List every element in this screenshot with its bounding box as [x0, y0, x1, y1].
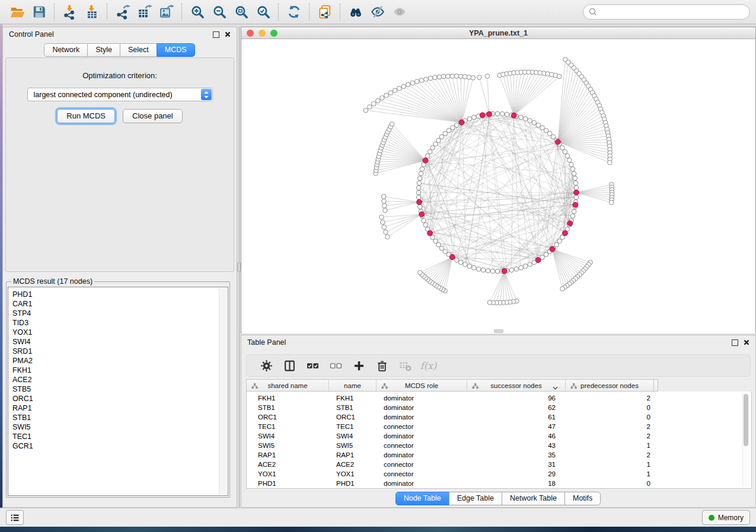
toolbar-separator — [340, 4, 340, 20]
mcds-result-item[interactable]: STB5 — [12, 384, 228, 394]
save-session-button[interactable] — [28, 2, 50, 21]
memory-label: Memory — [718, 514, 744, 522]
hierarchy-icon — [570, 383, 577, 390]
mcds-result-list[interactable]: PHD1CAR1STP4TID3YOX1SWI4SRD1PMA2FKH1ACE2… — [8, 287, 228, 496]
table-row[interactable]: SWI5SWI5connector431 — [247, 441, 751, 450]
table-row[interactable]: ACE2ACE2connector311 — [247, 460, 751, 469]
tab-edge-table[interactable]: Edge Table — [449, 492, 502, 505]
table-row[interactable]: SWI4SWI4dominator462 — [247, 431, 751, 441]
minimize-traffic-light[interactable] — [259, 30, 266, 37]
mcds-result-item[interactable]: RAP1 — [12, 403, 228, 413]
mcds-result-item[interactable]: GCR1 — [12, 441, 228, 451]
mcds-result-item[interactable]: ORC1 — [12, 394, 228, 403]
close-table-panel-icon[interactable] — [744, 339, 749, 345]
deselect-all-rows-button[interactable] — [324, 355, 347, 376]
mcds-result-item[interactable]: SWI4 — [12, 337, 228, 347]
mcds-result-item[interactable]: TEC1 — [12, 432, 228, 441]
open-file-button[interactable] — [6, 2, 28, 21]
run-mcds-button[interactable]: Run MCDS — [57, 109, 115, 123]
tab-motifs[interactable]: Motifs — [564, 492, 601, 505]
toolbar-separator — [107, 4, 107, 20]
tab-network-table[interactable]: Network Table — [502, 492, 565, 505]
mcds-result-item[interactable]: STB1 — [12, 413, 228, 422]
column-header-shared-name[interactable]: shared name — [247, 380, 329, 391]
search-network-binoculars-button[interactable] — [344, 2, 366, 21]
mcds-result-item[interactable]: SWI5 — [12, 422, 228, 432]
main-toolbar — [0, 0, 756, 24]
table-row[interactable]: YOX1YOX1connector291 — [247, 469, 751, 479]
tab-node-table[interactable]: Node Table — [395, 492, 449, 505]
delete-column-button[interactable] — [371, 355, 394, 376]
delete-table-button[interactable] — [394, 355, 417, 376]
table-row[interactable]: TEC1TEC1connector472 — [247, 422, 751, 431]
task-history-button[interactable] — [6, 510, 24, 525]
mcds-list-scrollbar[interactable] — [219, 288, 227, 495]
column-header-predecessor-nodes[interactable]: predecessor nodes — [566, 380, 654, 391]
column-header-name[interactable]: name — [329, 380, 377, 391]
mcds-result-item[interactable]: STP4 — [12, 309, 228, 318]
export-image-button[interactable] — [155, 2, 177, 21]
table-row[interactable]: RAP1RAP1dominator352 — [247, 450, 751, 460]
mcds-result-item[interactable]: PMA2 — [12, 356, 228, 366]
table-row[interactable]: STB1STB1dominator620 — [247, 403, 751, 412]
column-header-MCDS-role[interactable]: MCDS role — [377, 380, 467, 391]
mcds-result-item[interactable]: YOX1 — [12, 328, 228, 337]
close-traffic-light[interactable] — [247, 30, 254, 37]
tab-mcds[interactable]: MCDS — [157, 43, 195, 57]
close-panel-icon[interactable] — [225, 31, 231, 37]
float-table-panel-icon[interactable] — [732, 339, 738, 346]
mcds-result-item[interactable]: PHD1 — [12, 290, 228, 299]
table-row[interactable]: ORC1ORC1dominator610 — [247, 412, 751, 422]
hide-selected-eye-slash-button[interactable] — [366, 2, 388, 21]
table-scrollbar[interactable] — [742, 393, 750, 487]
tab-select[interactable]: Select — [120, 43, 157, 57]
zoom-selected-button[interactable] — [252, 2, 274, 21]
column-header-successor-nodes[interactable]: successor nodes — [467, 380, 566, 391]
float-panel-icon[interactable] — [213, 31, 219, 38]
add-column-button[interactable] — [347, 355, 371, 376]
network-canvas-container — [241, 39, 755, 334]
select-all-rows-button[interactable] — [301, 355, 324, 376]
column-selector-button[interactable] — [278, 355, 301, 376]
settings-gear-button[interactable] — [255, 355, 278, 376]
horizontal-splitter-grip[interactable] — [494, 329, 503, 333]
memory-button[interactable]: Memory — [702, 510, 750, 525]
table-panel: Table Panel f(x) shared namenameMCDS rol… — [241, 335, 756, 508]
export-table-button[interactable] — [133, 2, 155, 21]
function-builder-button[interactable]: f(x) — [417, 355, 440, 376]
table-row[interactable]: PHD1PHD1dominator180 — [247, 479, 751, 488]
mcds-result-groupbox: MCDS result (17 nodes) PHD1CAR1STP4TID3Y… — [6, 277, 230, 498]
control-panel-title: Control Panel — [9, 30, 54, 39]
dropdown-stepper-icon — [201, 89, 212, 100]
zoom-out-button[interactable] — [208, 2, 230, 21]
refresh-network-button[interactable] — [283, 2, 305, 21]
table-scrollbar-thumb[interactable] — [744, 394, 748, 446]
table-row[interactable]: FKH1FKH1dominator962 — [247, 393, 751, 403]
mcds-result-item[interactable]: FKH1 — [12, 366, 228, 375]
zoom-in-button[interactable] — [186, 2, 208, 21]
maximize-traffic-light[interactable] — [270, 30, 277, 37]
tab-style[interactable]: Style — [87, 43, 120, 57]
export-network-button[interactable] — [111, 2, 133, 21]
network-canvas[interactable] — [241, 39, 755, 334]
optimization-criterion-dropdown[interactable]: largest connected component (undirected) — [27, 88, 213, 101]
network-search-box[interactable] — [583, 4, 750, 20]
dropdown-selected-value: largest connected component (undirected) — [34, 91, 173, 99]
search-input[interactable] — [601, 7, 749, 17]
tab-network[interactable]: Network — [44, 43, 88, 57]
network-window-titlebar[interactable]: YPA_prune.txt_1 — [241, 27, 755, 39]
import-network-button[interactable] — [59, 2, 81, 21]
close-panel-button[interactable]: Close panel — [123, 109, 183, 123]
mcds-result-item[interactable]: CAR1 — [12, 299, 228, 309]
hierarchy-icon — [472, 383, 479, 390]
zoom-fit-button[interactable] — [230, 2, 252, 21]
mcds-result-item[interactable]: TID3 — [12, 318, 228, 328]
show-all-eye-button[interactable] — [388, 2, 410, 21]
import-table-button[interactable] — [81, 2, 103, 21]
optimization-criterion-label: Optimization criterion: — [6, 71, 234, 80]
control-panel-header: Control Panel — [3, 27, 237, 41]
mcds-result-item[interactable]: ACE2 — [12, 375, 228, 384]
mcds-result-item[interactable]: SRD1 — [12, 347, 228, 356]
clone-network-button[interactable] — [314, 2, 336, 21]
chevron-down-icon — [553, 384, 558, 392]
